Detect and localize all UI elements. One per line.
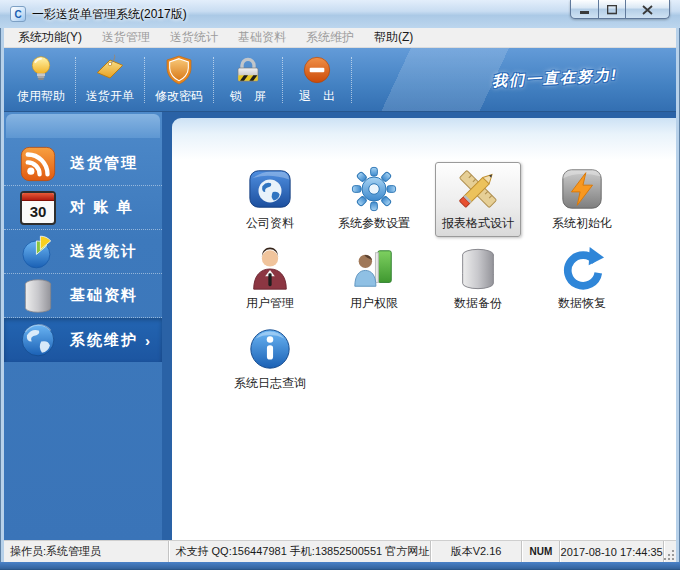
status-support-contact: 术支持 QQ:156447981 手机:13852500551 官方网址:www… [169,541,430,562]
exit-icon [301,54,333,86]
toolbar-separator [351,57,352,103]
menu-help[interactable]: 帮助(Z) [364,27,423,48]
status-operator: 操作员:系统管理员 [4,541,169,562]
pie-chart-icon [19,233,57,271]
sidebar-header [6,114,160,138]
user-icon [247,246,293,292]
toolbar-separator [75,57,76,103]
content-panel: 公司资料 系统参数设置 报表格式设计 [172,118,676,540]
app-item-label: 系统初始化 [552,215,612,232]
app-item-label: 报表格式设计 [442,215,514,232]
app-item-label: 系统日志查询 [234,375,306,392]
app-item-label: 用户权限 [350,295,398,312]
toolbar-separator [144,57,145,103]
tool-btn-label: 锁 屏 [230,88,266,105]
lightning-icon [559,166,605,212]
sidebar-item-label: 基础资料 [70,286,138,305]
change-password-button[interactable]: 修改密码 [146,51,212,109]
sidebar-item-label: 系统维护 [70,331,138,350]
app-user-permissions[interactable]: 用户权限 [338,242,410,317]
toolbar-separator [213,57,214,103]
delivery-billing-button[interactable]: 送货开单 [77,51,143,109]
app-window: C 一彩送货单管理系统(2017版) 系统功能(Y) 送货管理 送货统计 基础资… [0,0,680,570]
refresh-icon [559,246,605,292]
ruler-pencil-icon [455,166,501,212]
status-datetime: 2017-08-10 17:44:35 [560,541,664,562]
status-num-lock: NUM [522,541,560,562]
titlebar: C 一彩送货单管理系统(2017版) [0,0,680,28]
app-item-label: 数据恢复 [558,295,606,312]
tool-btn-label: 退 出 [299,88,335,105]
menu-delivery-management[interactable]: 送货管理 [92,27,160,48]
minimize-icon [580,6,590,15]
app-user-management[interactable]: 用户管理 [234,242,306,317]
rss-icon [19,145,57,183]
globe-icon [19,321,57,359]
maximize-icon [607,5,617,15]
window-bottom-frame [0,562,680,570]
sidebar-item-delivery-statistics[interactable]: 送货统计 [4,230,162,274]
menu-system-maintenance[interactable]: 系统维护 [296,27,364,48]
shield-icon [163,54,195,86]
bulb-icon [25,54,57,86]
info-icon [247,326,293,372]
main-area: 送货管理 30 对 账 单 送货统计 基础资料 [4,112,676,540]
help-button[interactable]: 使用帮助 [8,51,74,109]
sidebar-item-statement[interactable]: 30 对 账 单 [4,186,162,230]
tool-btn-label: 使用帮助 [17,88,65,105]
toolbar: 使用帮助 送货开单 修改密码 锁 屏 退 出 [4,48,676,112]
toolbar-separator [282,57,283,103]
window-title: 一彩送货单管理系统(2017版) [32,6,187,23]
app-item-label: 系统参数设置 [338,215,410,232]
gear-icon [351,166,397,212]
app-item-label: 用户管理 [246,295,294,312]
app-data-backup[interactable]: 数据备份 [442,242,514,317]
menu-basic-data[interactable]: 基础资料 [228,27,296,48]
calendar-day: 30 [22,201,54,223]
lock-screen-button[interactable]: 锁 屏 [215,51,281,109]
app-item-label: 公司资料 [246,215,294,232]
close-button[interactable] [625,0,670,19]
app-system-log-query[interactable]: 系统日志查询 [227,322,313,397]
sidebar-item-label: 送货统计 [70,242,138,261]
app-system-parameters[interactable]: 系统参数设置 [331,162,417,237]
menu-system-functions[interactable]: 系统功能(Y) [8,27,92,48]
slogan-text: 我们一直在努力! [492,66,619,92]
sidebar-item-basic-data[interactable]: 基础资料 [4,274,162,318]
app-data-recovery[interactable]: 数据恢复 [546,242,618,317]
statusbar: 操作员:系统管理员 术支持 QQ:156447981 手机:1385250055… [4,540,676,562]
chevron-right-icon: › [145,332,152,349]
app-logo-icon: C [10,6,26,22]
minimize-button[interactable] [570,0,599,19]
resize-grip-icon [672,558,674,560]
app-company-info[interactable]: 公司资料 [234,162,306,237]
database-backup-icon [455,246,501,292]
tag-icon [94,54,126,86]
sidebar-item-system-maintenance[interactable]: 系统维护 › [4,318,162,362]
calendar-icon: 30 [19,189,57,227]
lock-icon [232,54,264,86]
close-icon [642,5,653,15]
app-item-label: 数据备份 [454,295,502,312]
sidebar-item-label: 对 账 单 [70,198,133,217]
user-permission-icon [351,246,397,292]
database-icon [19,277,57,315]
company-globe-icon [247,166,293,212]
menu-delivery-statistics[interactable]: 送货统计 [160,27,228,48]
app-grid: 公司资料 系统参数设置 报表格式设计 [218,162,676,396]
status-version: 版本V2.16 [431,541,523,562]
window-controls [571,0,670,19]
app-system-initialization[interactable]: 系统初始化 [545,162,619,237]
sidebar: 送货管理 30 对 账 单 送货统计 基础资料 [4,112,162,540]
sidebar-item-label: 送货管理 [70,154,138,173]
tool-btn-label: 送货开单 [86,88,134,105]
app-report-format-design[interactable]: 报表格式设计 [435,162,521,237]
menubar: 系统功能(Y) 送货管理 送货统计 基础资料 系统维护 帮助(Z) [4,28,676,48]
tool-btn-label: 修改密码 [155,88,203,105]
resize-grip[interactable] [664,541,676,562]
exit-button[interactable]: 退 出 [284,51,350,109]
maximize-button[interactable] [598,0,626,19]
sidebar-item-delivery-management[interactable]: 送货管理 [4,142,162,186]
